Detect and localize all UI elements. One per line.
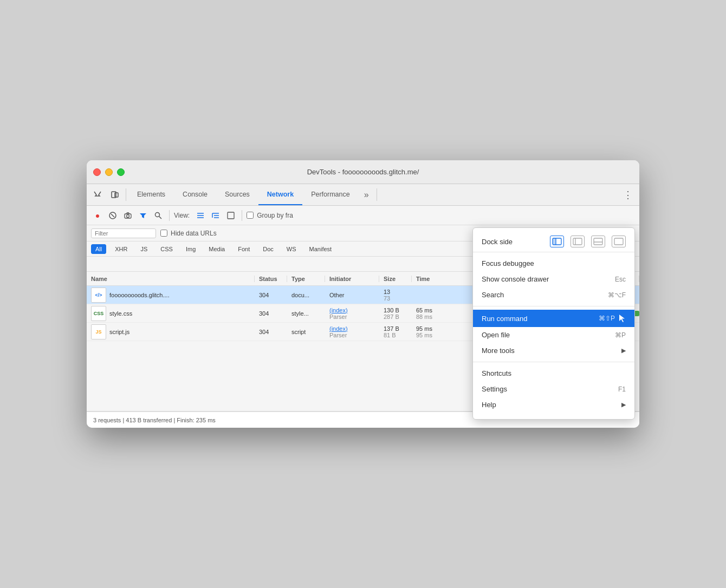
td-type-2: style...	[287, 310, 325, 317]
td-initiator-1: Other	[325, 292, 379, 298]
menu-section-2: Run command ⌘⇧P Open file ⌘P More tools	[473, 306, 634, 362]
dock-side-label: Dock side	[482, 238, 543, 246]
td-size-3: 137 B 81 B	[379, 325, 412, 338]
filter-css[interactable]: CSS	[156, 244, 177, 254]
menu-more-tools[interactable]: More tools ▶	[473, 343, 634, 358]
filter-font[interactable]: Font	[234, 244, 254, 254]
filter-media[interactable]: Media	[204, 244, 229, 254]
tab-sources[interactable]: Sources	[216, 184, 258, 205]
svg-line-7	[159, 216, 162, 219]
td-type-3: script	[287, 329, 325, 335]
th-name[interactable]: Name	[87, 276, 255, 282]
window-title: DevTools - fooooooooods.glitch.me/	[307, 168, 419, 176]
screenshot-button[interactable]	[224, 209, 237, 222]
td-size-2: 130 B 287 B	[379, 307, 412, 320]
th-initiator[interactable]: Initiator	[325, 276, 379, 282]
menu-open-file[interactable]: Open file ⌘P	[473, 327, 634, 343]
menu-section-3: Shortcuts Settings F1 Help ▶	[473, 362, 634, 416]
menu-help[interactable]: Help ▶	[473, 397, 634, 413]
svg-line-3	[111, 214, 114, 217]
maximize-button[interactable]	[117, 168, 125, 176]
inspect-icon[interactable]	[89, 184, 106, 205]
content-area: ●	[87, 206, 639, 428]
view-tree-button[interactable]	[209, 209, 222, 222]
more-tabs-button[interactable]: »	[359, 184, 374, 205]
menu-shortcuts[interactable]: Shortcuts	[473, 365, 634, 381]
device-icon[interactable]	[106, 184, 124, 205]
th-type[interactable]: Type	[287, 276, 325, 282]
td-initiator-3: (index) Parser	[325, 325, 379, 338]
menu-show-console[interactable]: Show console drawer Esc	[473, 271, 634, 287]
dock-side-row: Dock side	[473, 231, 634, 252]
th-size[interactable]: Size	[379, 276, 412, 282]
network-toolbar: ●	[87, 206, 639, 225]
td-name-2: CSS style.css	[87, 306, 255, 321]
clear-button[interactable]	[106, 209, 119, 222]
filter-all[interactable]: All	[91, 244, 106, 254]
tab-elements[interactable]: Elements	[128, 184, 174, 205]
close-button[interactable]	[93, 168, 101, 176]
tab-performance[interactable]: Performance	[302, 184, 359, 205]
devtools-menu-button[interactable]: ⋮	[617, 184, 639, 205]
svg-point-5	[127, 214, 129, 217]
filter-button[interactable]	[137, 209, 150, 222]
svg-rect-15	[228, 212, 234, 219]
search-network-button[interactable]	[152, 209, 165, 222]
svg-rect-23	[614, 238, 623, 245]
filter-img[interactable]: Img	[182, 244, 200, 254]
view-list-button[interactable]	[194, 209, 207, 222]
view-label: View:	[174, 212, 190, 219]
tab-divider-2	[377, 188, 377, 201]
td-status-2: 304	[255, 310, 287, 317]
traffic-lights	[93, 168, 125, 176]
tabs-bar: Elements Console Sources Network Perform…	[87, 184, 639, 206]
menu-focus-debuggee[interactable]: Focus debuggee	[473, 256, 634, 271]
file-icon-js: JS	[91, 324, 106, 339]
group-by-frame-checkbox[interactable]: Group by fra	[247, 212, 293, 219]
record-button[interactable]: ●	[91, 209, 104, 222]
filter-manifest[interactable]: Manifest	[305, 244, 336, 254]
minimize-button[interactable]	[105, 168, 113, 176]
file-icon-css: CSS	[91, 306, 106, 321]
title-bar: DevTools - fooooooooods.glitch.me/	[87, 160, 639, 184]
svg-point-6	[155, 212, 160, 217]
cursor-icon	[618, 313, 626, 323]
camera-button[interactable]	[121, 209, 134, 222]
svg-rect-19	[573, 238, 582, 245]
tab-network[interactable]: Network	[258, 184, 302, 205]
context-menu: Dock side	[472, 227, 635, 420]
svg-rect-17	[553, 238, 556, 245]
dock-undock-icon[interactable]	[612, 236, 626, 247]
td-type-1: docu...	[287, 292, 325, 298]
td-name-3: JS script.js	[87, 324, 255, 339]
td-size-1: 13 73	[379, 289, 412, 302]
file-icon-html: </>	[91, 288, 106, 303]
td-status-1: 304	[255, 292, 287, 298]
td-name-1: </> fooooooooods.glitch....	[87, 288, 255, 303]
svg-rect-1	[115, 193, 118, 197]
toolbar-sep-2	[242, 210, 242, 221]
th-status[interactable]: Status	[255, 276, 287, 282]
dock-bottom-icon[interactable]	[591, 236, 605, 247]
td-status-3: 304	[255, 329, 287, 335]
menu-settings[interactable]: Settings F1	[473, 381, 634, 397]
menu-section-1: Focus debuggee Show console drawer Esc S…	[473, 252, 634, 306]
filter-doc[interactable]: Doc	[258, 244, 278, 254]
tab-divider	[126, 188, 126, 201]
filter-ws[interactable]: WS	[282, 244, 301, 254]
tab-console[interactable]: Console	[174, 184, 216, 205]
menu-run-command[interactable]: Run command ⌘⇧P	[473, 310, 634, 327]
td-initiator-2: (index) Parser	[325, 307, 379, 320]
svg-rect-21	[594, 238, 602, 245]
filter-xhr[interactable]: XHR	[111, 244, 132, 254]
filter-js[interactable]: JS	[136, 244, 152, 254]
toolbar-sep-1	[169, 210, 170, 221]
menu-search[interactable]: Search ⌘⌥F	[473, 287, 634, 303]
filter-input[interactable]	[91, 228, 156, 238]
dock-right-icon[interactable]	[571, 236, 585, 247]
hide-data-urls-checkbox[interactable]: Hide data URLs	[160, 230, 217, 237]
devtools-window: DevTools - fooooooooods.glitch.me/ Eleme…	[87, 160, 639, 428]
dock-left-icon[interactable]	[550, 236, 564, 247]
